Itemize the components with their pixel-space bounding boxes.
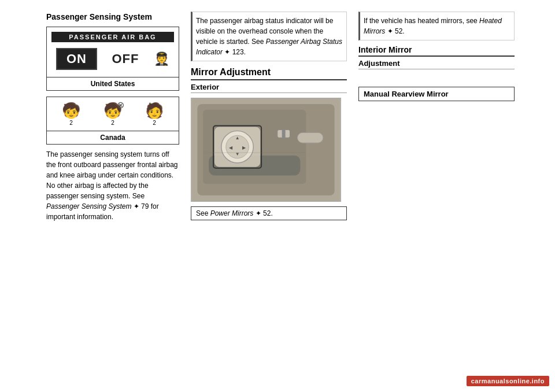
airbag-box-us: PASSENGER AIR BAG ON OFF 🧑‍✈️ <box>46 27 179 77</box>
subsection-adjustment: Adjustment <box>358 59 515 69</box>
canada-icon-1: 🧒 2 <box>62 102 80 126</box>
page-container: Passenger Sensing System PASSENGER AIR B… <box>0 0 555 392</box>
airbag-on-btn: ON <box>56 48 97 70</box>
section-title-left: Passenger Sensing System <box>46 12 179 22</box>
see-power-mirrors-note: See Power Mirrors ✦ 52. <box>191 206 347 220</box>
body-text-italic: Passenger Sensing System <box>46 202 131 210</box>
body-text-left: The passenger sensing system turns off t… <box>46 149 179 222</box>
mirror-image: ▲ ▼ ◀ ▶ <box>191 98 341 202</box>
canada-icon-2: 🧒 ⊗ 2 <box>103 102 122 126</box>
airbag-person-icon: 🧑‍✈️ <box>154 51 169 66</box>
airbag-box-canada: 🧒 2 🧒 ⊗ 2 🧑 2 <box>46 97 179 131</box>
caption-canada: Canada <box>46 131 179 145</box>
svg-text:▼: ▼ <box>235 151 240 157</box>
right-intro-text: If the vehicle has heated mirrors, see H… <box>358 12 515 40</box>
canada-icon-3: 🧑 2 <box>145 102 164 126</box>
door-illustration-svg: ▲ ▼ ◀ ▶ <box>191 98 341 201</box>
mid-column: The passenger airbag status indicator wi… <box>185 12 353 392</box>
svg-text:▲: ▲ <box>235 135 240 140</box>
airbag-buttons-row: ON OFF 🧑‍✈️ <box>51 46 174 72</box>
svg-text:◀: ◀ <box>229 145 233 150</box>
svg-rect-12 <box>297 132 323 143</box>
svg-rect-15 <box>282 130 286 138</box>
watermark: carmanualsonline.info <box>467 376 549 386</box>
right-column: If the vehicle has heated mirrors, see H… <box>353 12 520 392</box>
section-title-mirror: Mirror Adjustment <box>191 67 347 80</box>
subsection-exterior: Exterior <box>191 83 347 93</box>
airbag-off-btn: OFF <box>106 49 145 69</box>
airbag-header: PASSENGER AIR BAG <box>51 32 174 42</box>
left-column: Passenger Sensing System PASSENGER AIR B… <box>0 12 185 392</box>
manual-rearview-mirror-box: Manual Rearview Mirror <box>358 87 515 101</box>
see-note-italic: Power Mirrors <box>210 209 254 217</box>
section-title-interior-mirror: Interior Mirror <box>358 45 515 57</box>
right-intro-italic: Heated Mirrors <box>364 17 502 35</box>
caption-us: United States <box>46 77 179 91</box>
svg-text:▶: ▶ <box>242 145 246 150</box>
mid-intro-text: The passenger airbag status indicator wi… <box>191 12 347 61</box>
mid-intro-italic: Passenger Airbag Status Indicator <box>196 38 342 56</box>
